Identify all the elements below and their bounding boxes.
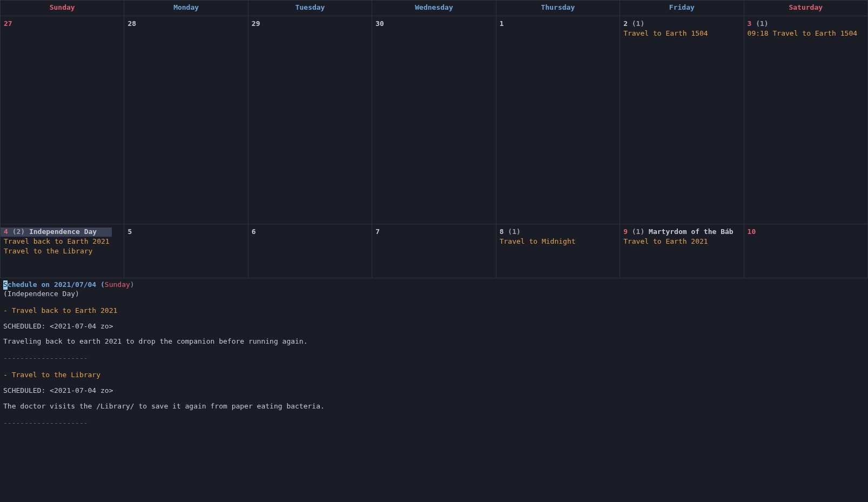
day-cell-jul-10[interactable]: 10: [744, 224, 868, 278]
day-number: 5: [127, 227, 132, 236]
schedule-title: Schedule on 2021/07/04 (Sunday): [3, 280, 865, 290]
calendar-grid: Sunday Monday Tuesday Wednesday Thursday…: [0, 0, 868, 278]
col-header-sun: Sunday: [1, 0, 124, 16]
event-count: (1): [632, 19, 644, 28]
col-header-thu: Thursday: [496, 0, 620, 16]
day-cell-jul-01[interactable]: 1: [496, 16, 620, 224]
day-cell-jul-09[interactable]: 9 (1) Martyrdom of the Báb Travel to Ear…: [620, 224, 744, 278]
day-cell-jun-27[interactable]: 27: [1, 16, 124, 224]
agenda-item-body: Traveling back to earth 2021 to drop the…: [3, 337, 865, 346]
schedule-pane: Schedule on 2021/07/04 (Sunday) (Indepen…: [0, 278, 868, 428]
agenda-item-heading[interactable]: - Travel to the Library: [3, 371, 865, 380]
agenda-item-heading[interactable]: - Travel back to Earth 2021: [3, 306, 865, 316]
day-number: 6: [252, 227, 256, 236]
event-entry[interactable]: 09:18 Travel to Earth 1504: [748, 29, 864, 38]
day-cell-jul-07[interactable]: 7: [372, 224, 496, 278]
day-cell-jul-03[interactable]: 3 (1) 09:18 Travel to Earth 1504: [744, 16, 868, 224]
day-cell-jul-02[interactable]: 2 (1) Travel to Earth 1504: [620, 16, 744, 224]
day-cell-jul-05[interactable]: 5: [124, 224, 248, 278]
day-number: 8: [500, 227, 504, 236]
separator-rule: --------------------: [3, 354, 865, 363]
agenda-item-body: The doctor visits the /Library/ to save …: [3, 402, 865, 411]
day-cell-jun-28[interactable]: 28: [124, 16, 248, 224]
event-count: (1): [632, 227, 644, 236]
event-entry[interactable]: Travel to Midnight: [500, 237, 616, 246]
agenda-item-scheduled: SCHEDULED: <2021-07-04 zo>: [3, 386, 865, 396]
agenda-item-scheduled: SCHEDULED: <2021-07-04 zo>: [3, 322, 865, 331]
col-header-wed: Wednesday: [372, 0, 496, 16]
event-count: (1): [756, 19, 768, 28]
col-header-fri: Friday: [620, 0, 744, 16]
day-number: 7: [375, 227, 380, 236]
event-count: (2): [12, 227, 25, 236]
col-header-sat: Saturday: [744, 0, 868, 16]
day-number: 30: [375, 19, 384, 28]
schedule-title-text: chedule on 2021/07/04 (: [8, 280, 105, 289]
day-cell-jun-29[interactable]: 29: [248, 16, 372, 224]
holiday-label: Independence Day: [29, 227, 97, 236]
day-number: 4: [4, 227, 8, 236]
holiday-label: Martyrdom of the Báb: [649, 227, 734, 236]
day-number: 29: [252, 19, 260, 28]
schedule-title-day: Sunday: [105, 280, 130, 289]
day-cell-jun-30[interactable]: 30: [372, 16, 496, 224]
day-number: 9: [623, 227, 628, 236]
selected-day-highlight: 4 (2) Independence Day: [1, 227, 112, 237]
separator-rule: --------------------: [3, 419, 865, 428]
event-entry[interactable]: Travel to the Library: [4, 247, 120, 256]
day-number: 28: [127, 19, 136, 28]
event-count: (1): [508, 227, 520, 236]
day-cell-jul-08[interactable]: 8 (1) Travel to Midnight: [496, 224, 620, 278]
col-header-tue: Tuesday: [248, 0, 372, 16]
day-number: 27: [4, 19, 12, 28]
day-number: 1: [500, 19, 504, 28]
schedule-subtitle: (Independence Day): [3, 290, 865, 299]
event-entry[interactable]: Travel to Earth 1504: [623, 29, 740, 38]
schedule-title-close: ): [130, 280, 134, 289]
text-cursor: S: [3, 280, 8, 290]
event-entry[interactable]: Travel back to Earth 2021: [4, 237, 120, 246]
day-cell-jul-04[interactable]: 4 (2) Independence Day Travel back to Ea…: [1, 224, 124, 278]
day-number: 2: [623, 19, 628, 28]
day-cell-jul-06[interactable]: 6: [248, 224, 372, 278]
day-number: 3: [748, 19, 752, 28]
day-number: 10: [748, 227, 756, 236]
event-entry[interactable]: Travel to Earth 2021: [623, 237, 740, 246]
col-header-mon: Monday: [124, 0, 248, 16]
